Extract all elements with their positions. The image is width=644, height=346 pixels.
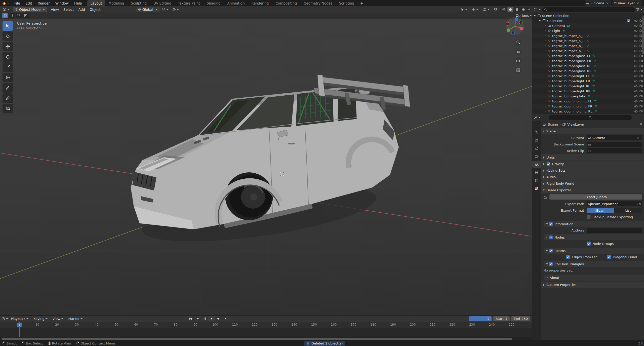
viewport-menu-item[interactable]: View: [49, 6, 61, 13]
properties-panel-header[interactable]: Units: [541, 154, 644, 161]
select-mode-extend-button[interactable]: [9, 13, 15, 18]
outliner-row[interactable]: ▽ tograc_bumperglass_FL ▽: [532, 53, 644, 58]
collection-checkbox[interactable]: [627, 19, 630, 22]
timeline-menu-item[interactable]: Marker: [66, 316, 86, 322]
disable-in-render-icon[interactable]: [639, 59, 643, 62]
workspace-tab[interactable]: UV Editing: [150, 0, 175, 6]
subpanel-header-nodes[interactable]: Nodes: [544, 234, 644, 240]
snap-options-caret[interactable]: [166, 9, 168, 11]
properties-tab[interactable]: [532, 161, 541, 168]
hide-in-viewport-icon[interactable]: [634, 50, 638, 52]
viewport-menu-item[interactable]: Select: [61, 6, 76, 13]
properties-tab[interactable]: [532, 153, 541, 160]
properties-panel-header[interactable]: Audio: [541, 174, 644, 180]
beam-option-checkbox[interactable]: Diagonal Quad ...: [607, 255, 641, 259]
outliner-row[interactable]: ▽ Light ▽: [532, 28, 644, 33]
outliner-scrollbar[interactable]: [642, 16, 644, 54]
pin-icon[interactable]: [639, 123, 642, 126]
app-menu-button[interactable]: [0, 0, 12, 6]
outliner-row[interactable]: ▽ tograc_bumperlight_FR ▽: [532, 79, 644, 84]
hide-in-viewport-icon[interactable]: [634, 55, 638, 57]
jump-to-end-button[interactable]: [222, 316, 229, 321]
select-mode-invert-button[interactable]: [22, 13, 29, 18]
hide-in-viewport-icon[interactable]: [634, 29, 638, 32]
folder-icon[interactable]: [637, 202, 641, 205]
properties-tab[interactable]: [532, 129, 541, 136]
disable-in-render-icon[interactable]: [639, 95, 643, 98]
toolbar-tool-button[interactable]: [3, 31, 13, 41]
workspace-tab[interactable]: Animation: [224, 0, 248, 6]
hide-in-viewport-icon[interactable]: [634, 95, 638, 98]
toolbar-tool-button[interactable]: [3, 73, 13, 82]
disclosure-icon[interactable]: [545, 30, 547, 32]
export-path-field[interactable]: //jbeam_exported/: [587, 201, 642, 206]
unlink-scene-icon[interactable]: [605, 1, 610, 5]
hide-in-viewport-icon[interactable]: [634, 34, 638, 37]
toolbar-tool-button[interactable]: [3, 42, 13, 51]
outliner-row[interactable]: ▽ Collection ▽: [532, 18, 644, 23]
properties-panel-header[interactable]: Keying Sets: [541, 167, 644, 174]
toolbar-tool-button[interactable]: [3, 83, 13, 93]
disclosure-icon[interactable]: [545, 50, 547, 52]
remove-viewlayer-icon[interactable]: [635, 1, 640, 5]
outliner-row[interactable]: ▽ tograc_door_molding_FR ▽: [532, 104, 644, 109]
workspace-tab[interactable]: +: [358, 0, 366, 6]
properties-tab[interactable]: [532, 169, 541, 176]
outliner-row[interactable]: ▽ tograc_bumperglass_FR ▽: [532, 58, 644, 63]
jump-to-start-button[interactable]: [187, 316, 194, 321]
breadcrumb-scene[interactable]: Scene: [548, 123, 558, 126]
gizmo-z-axis[interactable]: [515, 17, 518, 21]
hide-in-viewport-icon[interactable]: [634, 65, 638, 67]
viewport-menu-item[interactable]: Add: [76, 6, 87, 13]
timeline-menu-item[interactable]: Keying: [31, 316, 50, 322]
outliner-row[interactable]: ▽ tograc_bumper_a_F ▽: [532, 33, 644, 38]
disclosure-icon[interactable]: [545, 75, 547, 77]
hide-in-viewport-icon[interactable]: [634, 105, 638, 108]
disable-in-render-icon[interactable]: [639, 64, 643, 67]
frame-start-field[interactable]: Start1: [493, 316, 510, 321]
next-keyframe-button[interactable]: [215, 316, 222, 321]
subpanel-header-collision-triangles[interactable]: Collision Triangles: [544, 261, 644, 267]
properties-tab[interactable]: [532, 145, 541, 152]
subpanel-header-about[interactable]: About: [544, 275, 644, 281]
workspace-tab[interactable]: Modeling: [105, 0, 128, 6]
disclosure-icon[interactable]: [539, 20, 541, 22]
disable-in-render-icon[interactable]: [639, 90, 643, 93]
selectability-dropdown[interactable]: [459, 7, 469, 12]
disclosure-icon[interactable]: [534, 15, 536, 17]
outliner-editor-button[interactable]: [534, 8, 541, 11]
current-frame-field[interactable]: 1: [469, 316, 492, 321]
outliner-row[interactable]: ▽ tograc_bumperlight_FL ▽: [532, 73, 644, 79]
disable-in-render-icon[interactable]: [639, 69, 643, 72]
navigation-gizmo[interactable]: [505, 17, 524, 36]
shading-material-button[interactable]: [514, 7, 520, 12]
disclosure-icon[interactable]: [545, 90, 547, 92]
workspace-tab[interactable]: Rendering: [248, 0, 272, 6]
status-notification[interactable]: Deleted 1 object(s): [304, 341, 345, 346]
timeline-menu-item[interactable]: View: [50, 316, 66, 322]
format-option-button[interactable]: JBeam: [587, 208, 614, 213]
outliner-row[interactable]: ▽ Scene Collection ▽: [532, 13, 644, 18]
playhead[interactable]: 1: [19, 322, 20, 337]
subpanel-header-information[interactable]: Information: [544, 221, 644, 227]
workspace-tab[interactable]: Sculpting: [128, 0, 150, 6]
disclosure-icon[interactable]: [545, 80, 547, 82]
hide-in-viewport-icon[interactable]: [634, 85, 638, 88]
outliner-row[interactable]: ▽ tograc_bumperplate ▽: [532, 94, 644, 99]
hide-in-viewport-icon[interactable]: [634, 80, 638, 83]
disclosure-icon[interactable]: [545, 70, 547, 72]
hide-in-viewport-icon[interactable]: [634, 40, 638, 42]
toolbar-tool-button[interactable]: [3, 62, 13, 72]
proportional-editing-toggle[interactable]: [171, 7, 181, 12]
nodes-checkbox[interactable]: [549, 236, 553, 239]
viewlayer-selector[interactable]: ViewLayer: [613, 1, 641, 6]
disable-in-render-icon[interactable]: [639, 54, 643, 57]
outliner-row[interactable]: ▽ tograc_bumperlight_RL ▽: [532, 84, 644, 89]
workspace-tab[interactable]: Layout: [87, 0, 105, 6]
hide-in-viewport-icon[interactable]: [634, 110, 638, 113]
shading-options-caret[interactable]: [528, 9, 530, 11]
disclosure-icon[interactable]: [545, 60, 547, 62]
disclosure-icon[interactable]: [545, 95, 547, 97]
outliner-row[interactable]: ▽ tograc_door_molding_RL ▽: [532, 109, 644, 114]
3d-viewport[interactable]: Options User Perspective (1) Collection: [0, 13, 532, 315]
